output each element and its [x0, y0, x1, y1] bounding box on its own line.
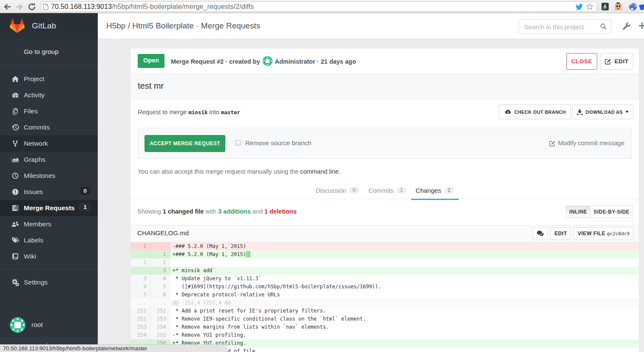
- extension-globe-icon[interactable]: [629, 3, 637, 11]
- issues-count-badge: 0: [80, 187, 90, 195]
- new-line-number[interactable]: 253: [150, 315, 170, 323]
- book-icon: [11, 253, 19, 260]
- new-line-number[interactable]: 2: [150, 259, 170, 267]
- sidebar-item-label: Wiki: [24, 253, 36, 260]
- admin-wrench-icon[interactable]: [622, 22, 631, 31]
- tab-commits[interactable]: Commits1: [364, 181, 411, 199]
- download-as-button[interactable]: DOWNLOAD AS: [572, 104, 633, 119]
- search-icon: [600, 23, 607, 30]
- diff-line-content: -### 5.2.0 (May 1, 2015): [170, 242, 639, 251]
- extension-robot-icon[interactable]: [614, 3, 622, 11]
- old-line-number[interactable]: ...: [131, 299, 150, 307]
- browser-reload-button[interactable]: [27, 2, 37, 11]
- url-path: /h5bp/html5-boilerplate/merge_requests/2…: [112, 3, 254, 10]
- bookmark-star-icon[interactable]: [586, 3, 593, 10]
- status-bar-tooltip: 70.50.168.113:9013/h5bp/html5-boilerplat…: [0, 344, 227, 352]
- old-line-number[interactable]: 1: [131, 242, 150, 251]
- page-icon: [43, 3, 48, 10]
- old-line-number[interactable]: 252: [131, 315, 150, 323]
- remove-source-branch-checkbox[interactable]: [235, 140, 241, 146]
- sidebar-item-files[interactable]: Files: [0, 103, 98, 119]
- author-avatar[interactable]: [263, 56, 272, 66]
- sidebar-item-issues[interactable]: Issues0: [0, 184, 98, 200]
- new-line-number[interactable]: 255: [150, 331, 170, 339]
- sidebar-item-project[interactable]: Project: [0, 71, 98, 87]
- sidebar-item-label: Labels: [24, 237, 43, 244]
- sidebar-item-milestones[interactable]: Milestones: [0, 168, 98, 184]
- command-line-link[interactable]: command line.: [300, 168, 340, 175]
- tab-discussion[interactable]: Discussion0: [311, 181, 363, 199]
- browser-back-button[interactable]: [3, 2, 12, 11]
- check-out-branch-button[interactable]: CHECK OUT BRANCH: [499, 104, 571, 119]
- view-file-button[interactable]: VIEW FILE @c2c8dc9: [574, 227, 633, 240]
- new-line-number[interactable]: 1: [150, 251, 170, 259]
- caret-down-icon: [625, 111, 629, 113]
- old-line-number[interactable]: [131, 267, 150, 275]
- old-line-number[interactable]: 3: [131, 275, 150, 283]
- sidebar-item-members[interactable]: Members: [0, 216, 98, 232]
- sidebar-item-wiki[interactable]: Wiki: [0, 248, 98, 265]
- sidebar-item-label: Settings: [24, 279, 48, 286]
- old-line-number[interactable]: 4: [131, 283, 150, 291]
- mr-title: test mr: [138, 81, 164, 91]
- edit-button[interactable]: EDIT: [600, 53, 633, 70]
- user-name: root: [31, 321, 43, 329]
- file-edit-button[interactable]: EDIT: [550, 227, 571, 240]
- main-area: H5bp / Html5 Boilerplate · Merge Request…: [98, 13, 644, 352]
- new-line-number[interactable]: ...: [150, 299, 170, 307]
- old-line-number[interactable]: 5: [131, 291, 150, 299]
- sidebar-item-labels[interactable]: Labels: [0, 232, 98, 248]
- diff-line-content: [170, 259, 639, 267]
- mr-tabs: Discussion0Commits1Changes1: [131, 181, 639, 199]
- old-line-number[interactable]: 254: [131, 331, 150, 339]
- new-line-number[interactable]: 6: [150, 291, 170, 299]
- sidebar-item-commits[interactable]: Commits: [0, 119, 98, 135]
- url-text[interactable]: 70.50.168.113:9013/h5bp/html5-boilerplat…: [51, 3, 576, 11]
- sidebar-item-settings[interactable]: Settings: [0, 274, 98, 290]
- extension-partial-icon[interactable]: [638, 3, 644, 11]
- sidebar-item-network[interactable]: Network: [0, 135, 98, 152]
- new-line-number[interactable]: 3: [150, 267, 170, 275]
- diff-line-content: * Remove margins from lists within `nav`…: [170, 323, 639, 331]
- extension-dictionary-icon[interactable]: [601, 3, 609, 11]
- sidebar-item-label: Milestones: [24, 172, 55, 180]
- sidebar-user[interactable]: root: [0, 313, 98, 337]
- sidebar-go-to-group[interactable]: Go to group: [0, 39, 98, 65]
- new-project-plus-icon[interactable]: [638, 22, 644, 29]
- pencil-square-icon: [549, 140, 556, 146]
- new-line-number[interactable]: [150, 242, 170, 251]
- diff-line: 254255-* Remove YUI profiling.: [131, 331, 639, 339]
- old-line-number[interactable]: [131, 251, 150, 259]
- old-line-number[interactable]: 253: [131, 323, 150, 331]
- target-branch: master: [221, 109, 240, 115]
- accept-merge-request-button[interactable]: ACCEPT MERGE REQUEST: [145, 135, 225, 152]
- old-line-number[interactable]: 251: [131, 307, 150, 315]
- sidebar-item-graphs[interactable]: Graphs: [0, 152, 98, 168]
- new-line-number[interactable]: 254: [150, 323, 170, 331]
- browser-forward-button[interactable]: [14, 2, 24, 11]
- new-line-number[interactable]: 4: [150, 275, 170, 283]
- diff-line: 252253 * Remove IE9-specific conditional…: [131, 315, 639, 323]
- side-by-side-toggle[interactable]: SIDE-BY-SIDE: [590, 206, 633, 217]
- modify-commit-message-link[interactable]: Modify commit message: [549, 140, 624, 146]
- inline-toggle[interactable]: INLINE: [566, 206, 590, 217]
- sidebar-item-merge-requests[interactable]: Merge Requests1: [0, 200, 98, 216]
- sidebar-item-label: Commits: [24, 124, 50, 131]
- diff-view-toggle: INLINE SIDE-BY-SIDE: [566, 206, 633, 218]
- merge-sentence: Request to merge minsik into master: [138, 109, 240, 115]
- address-bar[interactable]: 70.50.168.113:9013/h5bp/html5-boilerplat…: [41, 1, 597, 12]
- sidebar-logo[interactable]: GitLab: [0, 13, 98, 39]
- tab-changes[interactable]: Changes1: [411, 181, 459, 199]
- new-line-number[interactable]: 5: [150, 283, 170, 291]
- close-button[interactable]: CLOSE: [566, 53, 597, 70]
- twitter-icon[interactable]: [576, 4, 583, 10]
- sidebar-item-activity[interactable]: Activity: [0, 87, 98, 103]
- new-line-number[interactable]: 252: [150, 307, 170, 315]
- gitlab-logotype: GitLab: [32, 21, 56, 31]
- search-input[interactable]: [524, 22, 596, 31]
- tags-icon: [11, 237, 19, 244]
- old-line-number[interactable]: 2: [131, 259, 150, 267]
- mr-title-row: test mr: [131, 74, 639, 99]
- file-comment-button[interactable]: [533, 227, 548, 240]
- sidebar-item-label: Activity: [24, 91, 45, 99]
